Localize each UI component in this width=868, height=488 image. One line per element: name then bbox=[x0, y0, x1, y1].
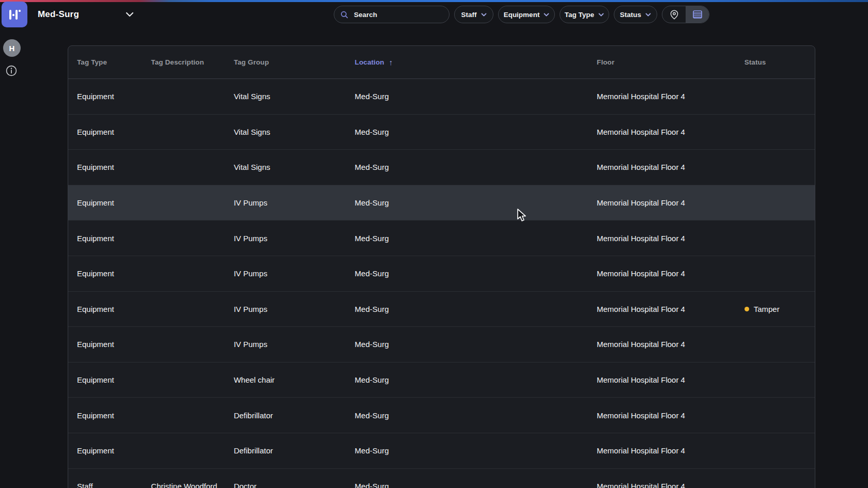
cell-tag-type: Equipment bbox=[77, 305, 151, 313]
table-row[interactable]: Equipment Vital Signs Med-Surg Memorial … bbox=[68, 150, 815, 185]
map-pin-icon bbox=[670, 10, 678, 20]
filter-equipment[interactable]: Equipment bbox=[498, 6, 555, 23]
cell-floor: Memorial Hospital Floor 4 bbox=[597, 340, 745, 349]
column-header-location[interactable]: Location ↑ bbox=[355, 58, 597, 67]
table-row[interactable]: Equipment Vital Signs Med-Surg Memorial … bbox=[68, 115, 815, 150]
cell-tag-group: Vital Signs bbox=[234, 163, 354, 171]
cell-floor: Memorial Hospital Floor 4 bbox=[597, 234, 745, 243]
status-label: Tamper bbox=[754, 305, 780, 313]
column-header-tag-group[interactable]: Tag Group bbox=[234, 58, 354, 66]
cell-floor: Memorial Hospital Floor 4 bbox=[597, 375, 745, 384]
table-row[interactable]: Equipment Wheel chair Med-Surg Memorial … bbox=[68, 363, 815, 398]
cell-floor: Memorial Hospital Floor 4 bbox=[597, 411, 745, 420]
map-view-button[interactable] bbox=[662, 6, 686, 23]
workspace-selector[interactable]: Med-Surg bbox=[38, 0, 134, 29]
cell-location: Med-Surg bbox=[355, 198, 597, 207]
cell-floor: Memorial Hospital Floor 4 bbox=[597, 305, 745, 313]
cell-tag-group: Defibrillator bbox=[234, 411, 354, 420]
filter-staff[interactable]: Staff bbox=[454, 6, 493, 23]
cell-location: Med-Surg bbox=[355, 446, 597, 455]
chevron-down-icon bbox=[481, 13, 487, 17]
filter-tag-type-label: Tag Type bbox=[565, 11, 594, 19]
cell-floor: Memorial Hospital Floor 4 bbox=[597, 128, 745, 136]
cell-tag-group: Wheel chair bbox=[234, 375, 354, 384]
cell-location: Med-Surg bbox=[355, 305, 597, 313]
table-row[interactable]: Equipment IV Pumps Med-Surg Memorial Hos… bbox=[68, 292, 815, 327]
cell-tag-type: Equipment bbox=[77, 163, 151, 171]
column-header-tag-description[interactable]: Tag Description bbox=[151, 58, 234, 66]
cell-location: Med-Surg bbox=[355, 163, 597, 171]
cell-location: Med-Surg bbox=[355, 234, 597, 243]
column-header-floor[interactable]: Floor bbox=[597, 58, 745, 66]
filter-tag-type[interactable]: Tag Type bbox=[560, 6, 609, 23]
table-row[interactable]: Equipment Defibrillator Med-Surg Memoria… bbox=[68, 433, 815, 469]
filter-status[interactable]: Status bbox=[614, 6, 657, 23]
left-rail: H bbox=[0, 29, 33, 488]
cell-tag-type: Equipment bbox=[77, 375, 151, 384]
workspace-label: Med-Surg bbox=[38, 9, 79, 20]
table-row[interactable]: Equipment Defibrillator Med-Surg Memoria… bbox=[68, 398, 815, 433]
cell-tag-group: IV Pumps bbox=[234, 269, 354, 278]
view-toggle bbox=[662, 6, 709, 23]
cell-floor: Memorial Hospital Floor 4 bbox=[597, 446, 745, 455]
chevron-down-icon bbox=[645, 13, 651, 17]
cell-location: Med-Surg bbox=[355, 411, 597, 420]
cell-tag-type: Equipment bbox=[77, 446, 151, 455]
table-row[interactable]: Equipment IV Pumps Med-Surg Memorial Hos… bbox=[68, 256, 815, 292]
list-icon bbox=[693, 10, 702, 19]
cell-status: Tamper bbox=[745, 305, 815, 313]
cell-tag-type: Equipment bbox=[77, 128, 151, 136]
brand-mark-icon bbox=[9, 10, 21, 20]
cell-floor: Memorial Hospital Floor 4 bbox=[597, 269, 745, 278]
column-header-status[interactable]: Status bbox=[745, 58, 815, 66]
cell-tag-group: Doctor bbox=[234, 482, 354, 488]
filter-staff-label: Staff bbox=[461, 11, 477, 19]
cell-location: Med-Surg bbox=[355, 340, 597, 349]
table-row[interactable]: Equipment IV Pumps Med-Surg Memorial Hos… bbox=[68, 221, 815, 256]
table-row[interactable]: Equipment Vital Signs Med-Surg Memorial … bbox=[68, 79, 815, 115]
cell-tag-type: Equipment bbox=[77, 92, 151, 101]
avatar[interactable]: H bbox=[3, 39, 21, 57]
table-row[interactable]: Staff Christine Woodford Doctor Med-Surg… bbox=[68, 469, 815, 488]
cell-tag-group: Defibrillator bbox=[234, 446, 354, 455]
info-icon bbox=[6, 65, 17, 76]
cell-tag-type: Equipment bbox=[77, 234, 151, 243]
table-body: Equipment Vital Signs Med-Surg Memorial … bbox=[68, 79, 815, 488]
cell-location: Med-Surg bbox=[355, 375, 597, 384]
info-button[interactable] bbox=[6, 65, 17, 76]
cell-tag-group: IV Pumps bbox=[234, 198, 354, 207]
status-dot bbox=[745, 307, 749, 311]
chevron-down-icon bbox=[598, 13, 604, 17]
cell-location: Med-Surg bbox=[355, 92, 597, 101]
table-header-row: Tag Type Tag Description Tag Group Locat… bbox=[68, 46, 815, 79]
sort-asc-icon: ↑ bbox=[389, 58, 393, 67]
chevron-down-icon bbox=[126, 12, 134, 17]
filter-equipment-label: Equipment bbox=[504, 11, 540, 19]
search-input[interactable] bbox=[353, 10, 436, 19]
cell-tag-type: Staff bbox=[77, 482, 151, 488]
cell-floor: Memorial Hospital Floor 4 bbox=[597, 482, 745, 488]
cell-location: Med-Surg bbox=[355, 269, 597, 278]
list-view-button[interactable] bbox=[686, 6, 709, 23]
cell-floor: Memorial Hospital Floor 4 bbox=[597, 92, 745, 101]
cell-tag-type: Equipment bbox=[77, 269, 151, 278]
chevron-down-icon bbox=[544, 13, 549, 17]
cell-floor: Memorial Hospital Floor 4 bbox=[597, 198, 745, 207]
cell-tag-group: IV Pumps bbox=[234, 234, 354, 243]
cell-tag-type: Equipment bbox=[77, 411, 151, 420]
asset-table: Tag Type Tag Description Tag Group Locat… bbox=[68, 45, 815, 488]
column-header-tag-type[interactable]: Tag Type bbox=[77, 58, 151, 66]
search-box[interactable] bbox=[334, 6, 450, 23]
cell-floor: Memorial Hospital Floor 4 bbox=[597, 163, 745, 171]
cell-tag-description: Christine Woodford bbox=[151, 482, 234, 488]
table-row[interactable]: Equipment IV Pumps Med-Surg Memorial Hos… bbox=[68, 327, 815, 363]
table-row[interactable]: Equipment IV Pumps Med-Surg Memorial Hos… bbox=[68, 185, 815, 221]
filter-status-label: Status bbox=[620, 11, 641, 19]
column-header-location-label: Location bbox=[355, 58, 384, 66]
cell-tag-group: IV Pumps bbox=[234, 305, 354, 313]
cell-tag-group: IV Pumps bbox=[234, 340, 354, 349]
cell-tag-type: Equipment bbox=[77, 340, 151, 349]
app-logo[interactable] bbox=[2, 2, 27, 27]
cell-location: Med-Surg bbox=[355, 128, 597, 136]
toolbar-controls: Staff Equipment Tag Type Status bbox=[334, 6, 709, 23]
